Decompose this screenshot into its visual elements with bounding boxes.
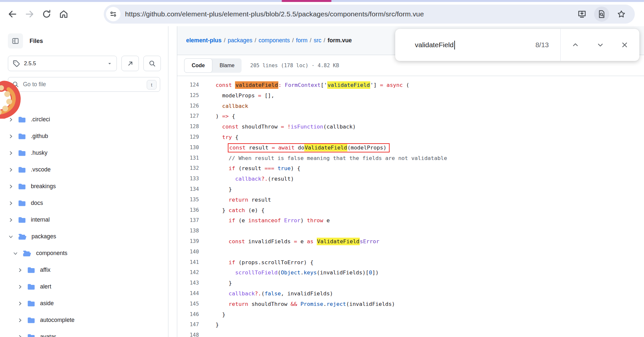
code-text: if (result === true) { bbox=[199, 163, 300, 174]
forward-button[interactable] bbox=[21, 6, 38, 23]
search-icon bbox=[149, 60, 156, 67]
line-number[interactable]: 139 bbox=[177, 236, 199, 247]
line-number[interactable]: 143 bbox=[177, 278, 199, 288]
find-input[interactable]: validateField bbox=[415, 29, 455, 61]
find-previous-button[interactable] bbox=[567, 37, 584, 53]
code-token bbox=[209, 176, 235, 182]
install-app-button[interactable] bbox=[574, 7, 590, 22]
breadcrumb-packages[interactable]: packages bbox=[228, 37, 252, 44]
line-number[interactable]: 141 bbox=[177, 257, 199, 268]
line-number[interactable]: 133 bbox=[177, 174, 199, 184]
tree-item-dot-vscode[interactable]: .vscode bbox=[0, 161, 168, 178]
tab-code[interactable]: Code bbox=[184, 58, 212, 73]
breadcrumb-components[interactable]: components bbox=[259, 37, 290, 44]
line-number[interactable]: 140 bbox=[177, 247, 199, 257]
search-this-repo-button[interactable] bbox=[143, 56, 161, 71]
line-number[interactable]: 142 bbox=[177, 268, 199, 278]
tree-item-breakings[interactable]: breakings bbox=[0, 178, 168, 195]
open-symbols-button[interactable] bbox=[121, 56, 139, 71]
code-token: reject bbox=[327, 301, 346, 307]
tree-item-autocomplete[interactable]: autocomplete bbox=[0, 312, 168, 328]
tree-item-docs[interactable]: docs bbox=[0, 195, 168, 211]
star-icon bbox=[617, 10, 626, 19]
code-token: (result) bbox=[268, 176, 294, 182]
find-in-page-button[interactable] bbox=[594, 7, 609, 22]
line-number[interactable]: 124 bbox=[177, 80, 199, 90]
tree-item-packages[interactable]: packages bbox=[0, 228, 168, 245]
code-line-128: 128 const shouldThrow = !isFunction(call… bbox=[177, 122, 644, 132]
breadcrumb-element-plus[interactable]: element-plus bbox=[186, 37, 222, 44]
line-number[interactable]: 134 bbox=[177, 184, 199, 195]
caret-down-icon bbox=[107, 61, 112, 66]
tree-item-dot-husky[interactable]: .husky bbox=[0, 145, 168, 161]
tree-item-dot-github[interactable]: .github bbox=[0, 128, 168, 145]
line-number[interactable]: 148 bbox=[177, 330, 199, 337]
tree-item-aside[interactable]: aside bbox=[0, 295, 168, 312]
code-text: } bbox=[199, 184, 232, 195]
url-text[interactable]: https://github.com/element-plus/element-… bbox=[125, 10, 424, 18]
tree-item-components[interactable]: components bbox=[0, 245, 168, 262]
line-number[interactable]: 137 bbox=[177, 215, 199, 226]
code-token: ( bbox=[403, 82, 409, 88]
find-next-button[interactable] bbox=[592, 37, 609, 53]
code-token: Object bbox=[281, 269, 301, 276]
breadcrumb-form[interactable]: form bbox=[296, 37, 308, 44]
code-token: (modelProps) bbox=[347, 145, 386, 151]
chevron-right-icon bbox=[17, 284, 23, 289]
line-number[interactable]: 144 bbox=[177, 288, 199, 299]
line-number[interactable]: 147 bbox=[177, 320, 199, 330]
chevron-right-icon bbox=[17, 318, 23, 323]
folder-icon bbox=[27, 317, 35, 324]
find-close-button[interactable] bbox=[616, 37, 633, 53]
reload-button[interactable] bbox=[38, 6, 55, 23]
tree-item-affix[interactable]: affix bbox=[0, 262, 168, 278]
line-number[interactable]: 138 bbox=[177, 226, 199, 236]
line-number[interactable]: 130 bbox=[177, 143, 199, 153]
tab-blame[interactable]: Blame bbox=[212, 63, 242, 69]
tree-item-avatar[interactable]: avatar bbox=[0, 328, 168, 337]
line-number[interactable]: 125 bbox=[177, 90, 199, 101]
sidebar-resize-handle[interactable] bbox=[168, 26, 177, 337]
tree-item-internal[interactable]: internal bbox=[0, 211, 168, 228]
code-token: [], bbox=[261, 92, 274, 99]
line-number[interactable]: 128 bbox=[177, 122, 199, 132]
code-token: invalidFields bbox=[245, 238, 294, 245]
tree-item-label: avatar bbox=[40, 333, 56, 337]
tree-item-label: components bbox=[36, 250, 67, 257]
line-number[interactable]: 129 bbox=[177, 132, 199, 143]
code-token: ( bbox=[261, 290, 265, 297]
line-number[interactable]: 145 bbox=[177, 299, 199, 309]
back-button[interactable] bbox=[4, 6, 21, 23]
go-to-file-input[interactable]: Go to file t bbox=[8, 77, 160, 92]
line-number[interactable]: 127 bbox=[177, 111, 199, 122]
code-line-135: 135 return result bbox=[177, 195, 644, 205]
chevron-right-icon bbox=[8, 134, 13, 139]
line-number[interactable]: 126 bbox=[177, 101, 199, 111]
code-line-142: 142 scrollToField(Object.keys(invalidFie… bbox=[177, 268, 644, 278]
line-number[interactable]: 135 bbox=[177, 195, 199, 205]
branch-tag-selector[interactable]: 2.5.5 bbox=[8, 56, 117, 71]
code-text: callback?.(result) bbox=[199, 174, 294, 184]
line-number[interactable]: 146 bbox=[177, 309, 199, 320]
breadcrumb-separator: / bbox=[290, 37, 296, 44]
code-line-138: 138 bbox=[177, 226, 644, 236]
close-icon bbox=[621, 41, 629, 49]
bookmark-button[interactable] bbox=[614, 7, 629, 22]
tree-item-alert[interactable]: alert bbox=[0, 278, 168, 295]
code-text: const shouldThrow = !isFunction(callback… bbox=[199, 122, 356, 132]
tree-item-dot-circleci[interactable]: .circleci bbox=[0, 111, 168, 128]
code-line-140: 140 bbox=[177, 247, 644, 257]
code-text: } bbox=[199, 278, 232, 288]
line-number[interactable]: 132 bbox=[177, 163, 199, 174]
address-bar[interactable]: https://github.com/element-plus/element-… bbox=[104, 5, 635, 24]
collapse-sidebar-button[interactable] bbox=[8, 33, 23, 49]
code-token: return bbox=[229, 301, 248, 307]
site-settings-button[interactable] bbox=[106, 7, 120, 21]
code-token: do bbox=[294, 145, 304, 151]
line-number[interactable]: 136 bbox=[177, 205, 199, 216]
code-token bbox=[209, 124, 222, 130]
breadcrumb-src[interactable]: src bbox=[314, 37, 321, 44]
home-button[interactable] bbox=[55, 6, 72, 23]
line-number[interactable]: 131 bbox=[177, 153, 199, 164]
code-token: const bbox=[229, 238, 245, 245]
